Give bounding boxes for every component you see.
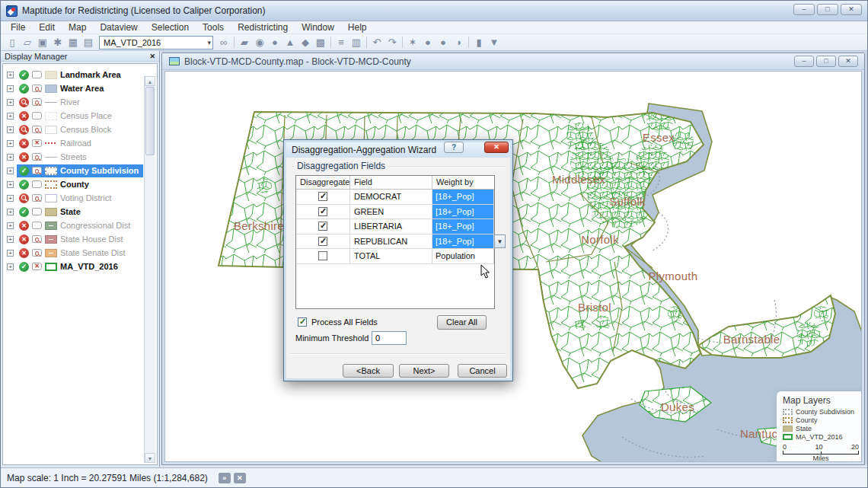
map-maximize-button[interactable]: □ (816, 56, 836, 67)
layer-row[interactable]: + State (3, 205, 157, 218)
minimize-button[interactable]: – (793, 4, 815, 15)
disaggregate-checkbox[interactable] (318, 192, 327, 201)
layer-row[interactable]: + County (3, 177, 157, 191)
layer-row[interactable]: + Water Area (3, 81, 157, 95)
layer-list-scrollbar[interactable]: ▲ ▼ (144, 76, 155, 463)
weight-by-cell[interactable]: [18+_Pop] (432, 190, 494, 204)
find-icon[interactable]: ∞ (216, 36, 231, 49)
label-tag-icon[interactable] (32, 180, 42, 188)
layer-visibility-icon[interactable] (19, 207, 29, 217)
layer-name[interactable]: Water Area (60, 84, 104, 93)
redo-icon[interactable]: ↷ (385, 36, 400, 49)
map-close-button[interactable]: ✕ (838, 56, 858, 67)
field-cell[interactable]: TOTAL (350, 249, 432, 263)
map-canvas[interactable]: BerkshireEssexMiddlesexSuffolkNorfolkPly… (164, 71, 862, 462)
process-all-fields-checkbox[interactable] (298, 317, 307, 327)
layer-name[interactable]: State Senate Dist (60, 248, 126, 257)
map-marker-icon[interactable]: ▰ (237, 36, 252, 49)
buffer-icon[interactable]: ● (420, 36, 436, 49)
open-icon[interactable]: ▱ (20, 36, 35, 49)
dialog-close-button[interactable]: ✕ (484, 142, 509, 153)
layer-visibility-icon[interactable] (19, 111, 29, 121)
pin-icon[interactable]: ✶ (405, 36, 420, 49)
expand-icon[interactable]: + (7, 222, 14, 229)
dataview-icon[interactable]: ▥ (349, 36, 364, 49)
lock-icon[interactable]: ▮ (471, 36, 487, 49)
expand-icon[interactable]: + (7, 113, 14, 120)
layer-name[interactable]: County Subdivision (60, 166, 139, 175)
label-tag-icon[interactable] (32, 222, 42, 229)
layer-name[interactable]: Railroad (60, 139, 91, 148)
minimum-threshold-input[interactable] (372, 331, 407, 345)
expand-icon[interactable]: + (7, 167, 14, 174)
style-icon[interactable]: ◉ (252, 36, 267, 49)
column-header-disaggregate[interactable]: Disaggregate (296, 176, 350, 189)
help-button[interactable]: ? (444, 142, 464, 153)
map-minimize-button[interactable]: – (794, 56, 814, 67)
maximize-button[interactable]: □ (817, 4, 838, 15)
layer-visibility-icon[interactable] (19, 180, 29, 190)
layer-visibility-icon[interactable] (19, 125, 29, 135)
working-layer-dropdown[interactable]: MA_VTD_2016 ▾ (99, 36, 213, 49)
clear-all-button[interactable]: Clear All (437, 315, 487, 330)
layer-row[interactable]: + Voting District (3, 191, 157, 205)
menu-item[interactable]: Window (295, 22, 341, 33)
settings-icon[interactable]: ✱ (50, 36, 65, 49)
layer-visibility-icon[interactable] (19, 166, 29, 176)
label-tag-icon[interactable] (32, 167, 42, 174)
layer-row[interactable]: + Census Block (3, 123, 157, 136)
map-window-title-bar[interactable]: Block-VTD-MCD-County.map - Block-VTD-MCD… (162, 53, 864, 70)
menu-item[interactable]: Edit (32, 22, 62, 33)
layer-visibility-icon[interactable] (19, 234, 29, 244)
field-cell[interactable]: REPUBLICAN (350, 234, 432, 249)
layer-visibility-icon[interactable] (19, 84, 29, 94)
layer-row[interactable]: + Census Place (3, 109, 157, 123)
menu-item[interactable]: Redistricting (231, 22, 295, 33)
layer-name[interactable]: Streets (60, 152, 87, 161)
disaggregate-checkbox[interactable] (318, 237, 327, 246)
layer-name[interactable]: Landmark Area (60, 70, 121, 79)
layer-row[interactable]: + River (3, 95, 157, 109)
layer-row[interactable]: + Streets (3, 150, 157, 164)
expand-icon[interactable]: + (7, 85, 14, 92)
menu-item[interactable]: Dataview (93, 22, 144, 33)
label-tag-icon[interactable] (32, 71, 42, 78)
layer-visibility-icon[interactable] (19, 97, 29, 107)
polygon-icon[interactable]: ◆ (298, 36, 313, 49)
layer-row[interactable]: + Railroad (3, 136, 157, 150)
district-icon[interactable]: ● (436, 36, 451, 49)
layer-visibility-icon[interactable] (19, 139, 29, 148)
new-map-icon[interactable]: ▯ (5, 36, 20, 49)
label-tag-icon[interactable] (32, 249, 42, 257)
label-tag-icon[interactable] (32, 194, 42, 202)
scroll-down-icon[interactable]: ▼ (145, 453, 155, 463)
menu-item[interactable]: Tools (196, 22, 231, 33)
layer-visibility-icon[interactable] (19, 262, 29, 272)
chart-icon[interactable]: ▲ (282, 36, 298, 49)
back-button[interactable]: <Back (343, 364, 394, 378)
expand-icon[interactable]: + (7, 181, 14, 188)
expand-icon[interactable]: + (7, 72, 14, 78)
duplicate-icon[interactable]: ▦ (65, 36, 81, 49)
layer-row[interactable]: + Landmark Area (3, 68, 157, 81)
disaggregate-checkbox[interactable] (318, 207, 327, 216)
layer-name[interactable]: County (60, 180, 89, 189)
expand-icon[interactable]: + (7, 126, 14, 133)
field-cell[interactable]: LIBERTARIA (350, 219, 432, 234)
layer-name[interactable]: River (60, 97, 80, 107)
layer-name[interactable]: MA_VTD_2016 (60, 262, 118, 271)
layer-visibility-icon[interactable] (19, 70, 29, 80)
column-header-field[interactable]: Field (350, 176, 432, 189)
theme-icon[interactable]: ● (267, 36, 282, 49)
expand-icon[interactable]: + (7, 236, 14, 243)
layer-name[interactable]: Voting District (60, 193, 111, 203)
layer-name[interactable]: State (60, 207, 81, 216)
scroll-up-icon[interactable]: ▲ (145, 76, 155, 86)
menu-item[interactable]: Selection (145, 22, 196, 33)
layer-row[interactable]: + County Subdivision (3, 164, 157, 177)
menu-item[interactable]: Map (62, 22, 93, 33)
layer-name[interactable]: State House Dist (60, 234, 123, 244)
expand-icon[interactable]: + (7, 263, 14, 270)
select-area-icon[interactable]: ▩ (313, 36, 328, 49)
expand-icon[interactable]: + (7, 250, 14, 257)
